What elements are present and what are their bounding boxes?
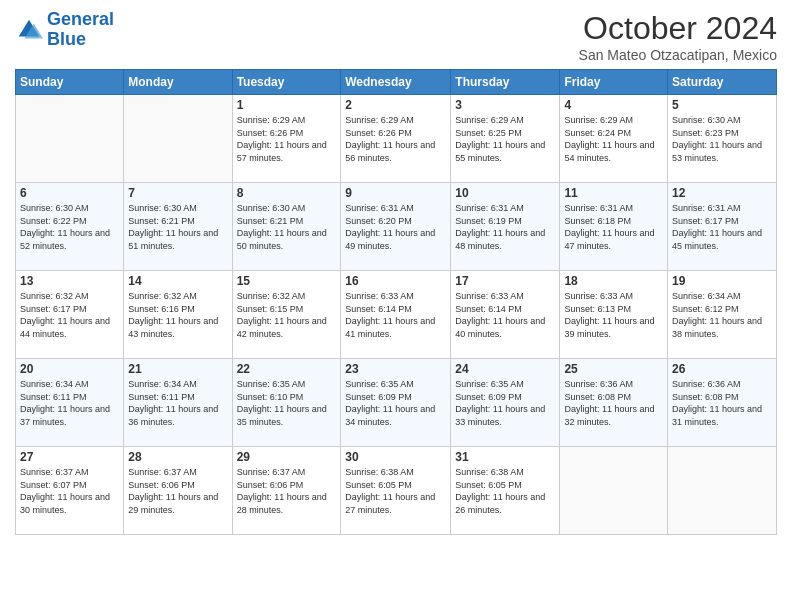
calendar-cell: 26Sunrise: 6:36 AMSunset: 6:08 PMDayligh…	[668, 359, 777, 447]
cell-content: Sunrise: 6:33 AMSunset: 6:14 PMDaylight:…	[345, 290, 446, 340]
day-number: 8	[237, 186, 337, 200]
weekday-header: Wednesday	[341, 70, 451, 95]
header: General Blue October 2024 San Mateo Otza…	[15, 10, 777, 63]
calendar-week-row: 1Sunrise: 6:29 AMSunset: 6:26 PMDaylight…	[16, 95, 777, 183]
day-number: 22	[237, 362, 337, 376]
logo-icon	[15, 16, 43, 44]
cell-content: Sunrise: 6:35 AMSunset: 6:09 PMDaylight:…	[345, 378, 446, 428]
day-number: 25	[564, 362, 663, 376]
calendar-cell: 17Sunrise: 6:33 AMSunset: 6:14 PMDayligh…	[451, 271, 560, 359]
cell-content: Sunrise: 6:30 AMSunset: 6:21 PMDaylight:…	[128, 202, 227, 252]
logo-line2: Blue	[47, 29, 86, 49]
cell-content: Sunrise: 6:31 AMSunset: 6:20 PMDaylight:…	[345, 202, 446, 252]
calendar-cell: 10Sunrise: 6:31 AMSunset: 6:19 PMDayligh…	[451, 183, 560, 271]
calendar-cell: 27Sunrise: 6:37 AMSunset: 6:07 PMDayligh…	[16, 447, 124, 535]
day-number: 5	[672, 98, 772, 112]
cell-content: Sunrise: 6:32 AMSunset: 6:15 PMDaylight:…	[237, 290, 337, 340]
calendar-cell	[560, 447, 668, 535]
cell-content: Sunrise: 6:29 AMSunset: 6:24 PMDaylight:…	[564, 114, 663, 164]
weekday-header-row: SundayMondayTuesdayWednesdayThursdayFrid…	[16, 70, 777, 95]
calendar-cell: 1Sunrise: 6:29 AMSunset: 6:26 PMDaylight…	[232, 95, 341, 183]
logo-line1: General	[47, 9, 114, 29]
calendar-cell: 16Sunrise: 6:33 AMSunset: 6:14 PMDayligh…	[341, 271, 451, 359]
calendar-cell: 9Sunrise: 6:31 AMSunset: 6:20 PMDaylight…	[341, 183, 451, 271]
weekday-header: Tuesday	[232, 70, 341, 95]
day-number: 26	[672, 362, 772, 376]
day-number: 16	[345, 274, 446, 288]
day-number: 13	[20, 274, 119, 288]
calendar-cell	[16, 95, 124, 183]
calendar-week-row: 20Sunrise: 6:34 AMSunset: 6:11 PMDayligh…	[16, 359, 777, 447]
calendar-cell: 28Sunrise: 6:37 AMSunset: 6:06 PMDayligh…	[124, 447, 232, 535]
logo-text: General Blue	[47, 10, 114, 50]
day-number: 17	[455, 274, 555, 288]
day-number: 18	[564, 274, 663, 288]
calendar-cell: 29Sunrise: 6:37 AMSunset: 6:06 PMDayligh…	[232, 447, 341, 535]
calendar-cell: 14Sunrise: 6:32 AMSunset: 6:16 PMDayligh…	[124, 271, 232, 359]
day-number: 28	[128, 450, 227, 464]
calendar-cell: 31Sunrise: 6:38 AMSunset: 6:05 PMDayligh…	[451, 447, 560, 535]
page: General Blue October 2024 San Mateo Otza…	[0, 0, 792, 612]
cell-content: Sunrise: 6:30 AMSunset: 6:23 PMDaylight:…	[672, 114, 772, 164]
calendar-cell: 19Sunrise: 6:34 AMSunset: 6:12 PMDayligh…	[668, 271, 777, 359]
cell-content: Sunrise: 6:29 AMSunset: 6:26 PMDaylight:…	[237, 114, 337, 164]
day-number: 23	[345, 362, 446, 376]
day-number: 4	[564, 98, 663, 112]
calendar-cell: 18Sunrise: 6:33 AMSunset: 6:13 PMDayligh…	[560, 271, 668, 359]
cell-content: Sunrise: 6:32 AMSunset: 6:16 PMDaylight:…	[128, 290, 227, 340]
day-number: 9	[345, 186, 446, 200]
cell-content: Sunrise: 6:34 AMSunset: 6:11 PMDaylight:…	[20, 378, 119, 428]
day-number: 27	[20, 450, 119, 464]
cell-content: Sunrise: 6:35 AMSunset: 6:10 PMDaylight:…	[237, 378, 337, 428]
day-number: 19	[672, 274, 772, 288]
day-number: 7	[128, 186, 227, 200]
day-number: 15	[237, 274, 337, 288]
day-number: 14	[128, 274, 227, 288]
calendar-cell: 13Sunrise: 6:32 AMSunset: 6:17 PMDayligh…	[16, 271, 124, 359]
calendar-cell: 15Sunrise: 6:32 AMSunset: 6:15 PMDayligh…	[232, 271, 341, 359]
cell-content: Sunrise: 6:36 AMSunset: 6:08 PMDaylight:…	[564, 378, 663, 428]
cell-content: Sunrise: 6:37 AMSunset: 6:06 PMDaylight:…	[237, 466, 337, 516]
cell-content: Sunrise: 6:30 AMSunset: 6:22 PMDaylight:…	[20, 202, 119, 252]
day-number: 11	[564, 186, 663, 200]
calendar-cell: 6Sunrise: 6:30 AMSunset: 6:22 PMDaylight…	[16, 183, 124, 271]
calendar-cell: 23Sunrise: 6:35 AMSunset: 6:09 PMDayligh…	[341, 359, 451, 447]
calendar-cell: 12Sunrise: 6:31 AMSunset: 6:17 PMDayligh…	[668, 183, 777, 271]
calendar-cell: 5Sunrise: 6:30 AMSunset: 6:23 PMDaylight…	[668, 95, 777, 183]
calendar-cell: 3Sunrise: 6:29 AMSunset: 6:25 PMDaylight…	[451, 95, 560, 183]
cell-content: Sunrise: 6:36 AMSunset: 6:08 PMDaylight:…	[672, 378, 772, 428]
day-number: 29	[237, 450, 337, 464]
cell-content: Sunrise: 6:31 AMSunset: 6:19 PMDaylight:…	[455, 202, 555, 252]
calendar-cell	[668, 447, 777, 535]
cell-content: Sunrise: 6:31 AMSunset: 6:17 PMDaylight:…	[672, 202, 772, 252]
weekday-header: Saturday	[668, 70, 777, 95]
weekday-header: Monday	[124, 70, 232, 95]
weekday-header: Sunday	[16, 70, 124, 95]
cell-content: Sunrise: 6:37 AMSunset: 6:06 PMDaylight:…	[128, 466, 227, 516]
day-number: 12	[672, 186, 772, 200]
cell-content: Sunrise: 6:32 AMSunset: 6:17 PMDaylight:…	[20, 290, 119, 340]
calendar-cell: 11Sunrise: 6:31 AMSunset: 6:18 PMDayligh…	[560, 183, 668, 271]
day-number: 1	[237, 98, 337, 112]
day-number: 30	[345, 450, 446, 464]
cell-content: Sunrise: 6:34 AMSunset: 6:11 PMDaylight:…	[128, 378, 227, 428]
weekday-header: Thursday	[451, 70, 560, 95]
cell-content: Sunrise: 6:31 AMSunset: 6:18 PMDaylight:…	[564, 202, 663, 252]
calendar-cell	[124, 95, 232, 183]
day-number: 2	[345, 98, 446, 112]
day-number: 24	[455, 362, 555, 376]
calendar-week-row: 6Sunrise: 6:30 AMSunset: 6:22 PMDaylight…	[16, 183, 777, 271]
logo: General Blue	[15, 10, 114, 50]
location: San Mateo Otzacatipan, Mexico	[579, 47, 777, 63]
day-number: 20	[20, 362, 119, 376]
weekday-header: Friday	[560, 70, 668, 95]
title-block: October 2024 San Mateo Otzacatipan, Mexi…	[579, 10, 777, 63]
calendar: SundayMondayTuesdayWednesdayThursdayFrid…	[15, 69, 777, 535]
cell-content: Sunrise: 6:37 AMSunset: 6:07 PMDaylight:…	[20, 466, 119, 516]
calendar-week-row: 13Sunrise: 6:32 AMSunset: 6:17 PMDayligh…	[16, 271, 777, 359]
day-number: 3	[455, 98, 555, 112]
cell-content: Sunrise: 6:33 AMSunset: 6:13 PMDaylight:…	[564, 290, 663, 340]
day-number: 6	[20, 186, 119, 200]
cell-content: Sunrise: 6:34 AMSunset: 6:12 PMDaylight:…	[672, 290, 772, 340]
calendar-cell: 7Sunrise: 6:30 AMSunset: 6:21 PMDaylight…	[124, 183, 232, 271]
